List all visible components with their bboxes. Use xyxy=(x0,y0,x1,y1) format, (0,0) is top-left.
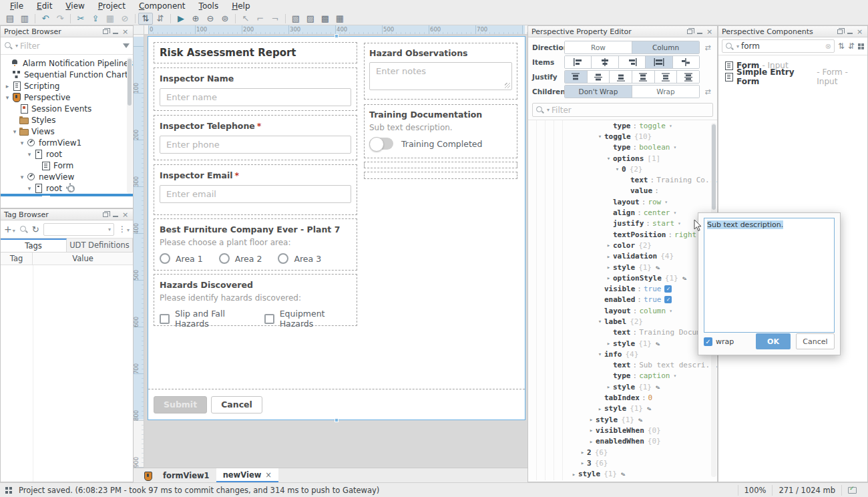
view-tab-formView1[interactable]: formView1 xyxy=(156,468,216,482)
property-row-optionStyle[interactable]: ▸optionStyle{1}✎ xyxy=(528,273,717,283)
direction-column-option[interactable]: Column xyxy=(632,41,699,53)
project-filter-input[interactable]: Filter xyxy=(20,41,121,51)
style-paint-icon[interactable]: ✎ xyxy=(681,274,687,282)
boolean-checkbox[interactable]: ✓ xyxy=(664,285,672,293)
float-icon[interactable] xyxy=(101,210,110,219)
property-row-3[interactable]: ▸3{6} xyxy=(528,458,717,468)
clear-search-icon[interactable]: ⊗ xyxy=(825,42,831,51)
property-row-layout[interactable]: layout:column▾ xyxy=(528,305,717,316)
polyline-icon[interactable]: ¬ xyxy=(268,13,282,25)
scrollbar[interactable] xyxy=(127,57,132,194)
property-filter[interactable]: ▾ Filter xyxy=(532,103,713,117)
property-row-type[interactable]: type:caption▾ xyxy=(528,371,717,381)
property-row-type[interactable]: type:toggle▾ xyxy=(528,120,717,131)
align-stretch-button[interactable] xyxy=(646,56,672,68)
push-icon[interactable]: ⇪ xyxy=(88,13,103,25)
tree-item-alarm-notification-pipelines[interactable]: Alarm Notification Pipelines xyxy=(1,57,133,69)
ok-button[interactable]: OK xyxy=(756,333,791,349)
binding-icon[interactable]: ⇄ xyxy=(702,88,713,96)
boolean-checkbox[interactable]: ✓ xyxy=(664,296,672,303)
empty-flex-box[interactable] xyxy=(364,172,517,179)
form-title-box[interactable]: Risk Assessment Report xyxy=(154,42,357,63)
float-icon[interactable] xyxy=(835,27,844,36)
menu-component[interactable]: Component xyxy=(133,1,192,11)
training-toggle[interactable] xyxy=(369,138,393,150)
bring-forward-icon[interactable]: ▧ xyxy=(288,13,303,25)
property-row-text[interactable]: text:Sub text descri...≡ xyxy=(528,360,717,371)
components-search-input[interactable]: ▾ form ⊗ xyxy=(722,39,835,53)
undo-icon[interactable]: ↶ xyxy=(38,13,53,25)
style-paint-icon[interactable]: ✎ xyxy=(620,470,626,478)
checkbox-option[interactable]: Equipment Hazards xyxy=(264,309,351,329)
property-row-enabledWhen[interactable]: ▸enabledWhen{0} xyxy=(528,436,717,447)
property-row-2[interactable]: ▸2{6} xyxy=(528,447,717,458)
memory-usage[interactable]: 271 / 1024 mb xyxy=(772,485,841,496)
property-row-0[interactable]: ▾0{2} xyxy=(528,164,717,174)
style-paint-icon[interactable]: ✎ xyxy=(638,416,644,424)
menu-edit[interactable]: Edit xyxy=(31,1,58,11)
property-row-justify[interactable]: justify:start▾ xyxy=(528,218,717,229)
status-grid-icon[interactable] xyxy=(5,487,12,494)
align-baseline-button[interactable] xyxy=(673,56,699,68)
field-inspector-name[interactable]: Inspector NameEnter name xyxy=(154,67,357,111)
style-paint-icon[interactable]: ✎ xyxy=(655,383,661,391)
view-page[interactable]: Risk Assessment Report Inspector NameEnt… xyxy=(148,37,525,420)
property-row-label[interactable]: ▾label{2} xyxy=(528,316,717,327)
dont-wrap-option[interactable]: Don't Wrap xyxy=(565,86,632,98)
property-row-color[interactable]: ▸color{2} xyxy=(528,240,717,251)
justify-end-button[interactable] xyxy=(610,71,632,83)
radio-icon[interactable] xyxy=(219,253,230,264)
property-row-value[interactable]: value: xyxy=(528,186,717,196)
justify-start-button[interactable] xyxy=(565,71,588,83)
checkbox-section[interactable]: Hazards Discovered Please identify hazar… xyxy=(154,274,357,326)
redo-icon[interactable]: ↷ xyxy=(53,13,67,25)
property-row-style[interactable]: ▸style{1}✎ xyxy=(528,414,717,425)
zoom-actual-icon[interactable]: ⊚ xyxy=(218,13,232,25)
close-icon[interactable]: × xyxy=(855,27,864,36)
radio-section[interactable]: Best Furniture Company Ever - Plant 7 Pl… xyxy=(154,218,357,271)
save-all-icon[interactable]: ▥ xyxy=(17,13,32,25)
notes-textarea[interactable]: Enter notes xyxy=(369,62,512,90)
save-icon[interactable]: ▤ xyxy=(3,13,17,25)
justify-around-button[interactable] xyxy=(655,71,678,83)
component-item-simple-entry-form[interactable]: Simple Entry Form- Form - Input xyxy=(718,71,867,82)
toggle-section[interactable]: Training Documentation Sub text descript… xyxy=(364,104,517,158)
design-canvas[interactable]: 0100200300400500600700 10020030040050060… xyxy=(134,25,527,482)
tree-item-form[interactable]: Form xyxy=(1,160,133,171)
menu-project[interactable]: Project xyxy=(92,1,132,11)
minimize-icon[interactable] xyxy=(111,27,120,36)
property-row-style[interactable]: ▸style{1}✎ xyxy=(528,403,717,414)
property-row-enabled[interactable]: enabled:true✓ xyxy=(528,295,717,305)
justify-center-button[interactable] xyxy=(588,71,610,83)
radio-icon[interactable] xyxy=(160,253,170,264)
paste-icon[interactable]: ▦ xyxy=(103,13,118,25)
menu-view[interactable]: View xyxy=(59,1,90,11)
checkbox-icon[interactable] xyxy=(160,314,170,324)
property-row-align[interactable]: align:center▾ xyxy=(528,207,717,218)
grid-view-icon[interactable] xyxy=(858,43,864,49)
float-icon[interactable] xyxy=(685,27,694,36)
connector-icon[interactable]: ⌐ xyxy=(253,13,268,25)
direction-row-option[interactable]: Row xyxy=(565,41,632,53)
field-input[interactable]: Enter name xyxy=(160,88,351,106)
align-center-button[interactable] xyxy=(592,56,618,68)
property-row-toggle[interactable]: ▾toggle{10} xyxy=(528,131,717,142)
justify-evenly-button[interactable] xyxy=(677,71,699,83)
property-row-style[interactable]: ▸style{1}✎ xyxy=(528,381,717,392)
property-row-visibleWhen[interactable]: ▸visibleWhen{0} xyxy=(528,425,717,436)
popup-textarea[interactable]: Sub text description. xyxy=(704,218,835,333)
property-row-info[interactable]: ▾info{4} xyxy=(528,349,717,359)
field-input[interactable]: Enter email xyxy=(160,185,351,203)
align-start-button[interactable] xyxy=(565,56,592,68)
tree-item-form[interactable]: Form xyxy=(1,194,133,196)
property-row-validation[interactable]: ▸validation{4} xyxy=(528,251,717,262)
send-backward-icon[interactable]: ▨ xyxy=(303,13,318,25)
property-row-tabIndex[interactable]: tabIndex:0 xyxy=(528,392,717,403)
close-tab-icon[interactable]: × xyxy=(265,470,272,480)
empty-flex-box[interactable] xyxy=(364,162,517,168)
view-tab-newView[interactable]: newView× xyxy=(216,468,278,482)
close-icon[interactable]: × xyxy=(121,27,130,36)
preview-toggle-icon[interactable]: ⇅ xyxy=(138,13,153,25)
style-paint-icon[interactable]: ✎ xyxy=(646,405,652,413)
tab-tags[interactable]: Tags xyxy=(1,238,67,252)
